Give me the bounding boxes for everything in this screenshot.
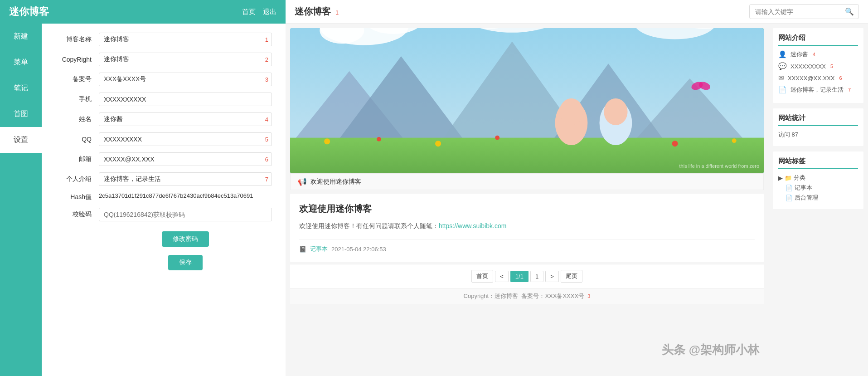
intro-name-num: 4 <box>813 52 815 57</box>
copyright-num: 3 <box>587 293 590 299</box>
pagination-bar: 首页 < 1/1 1 > 尾页 <box>290 264 764 288</box>
search-box: 🔍 <box>749 4 859 19</box>
nav-home[interactable]: 首页 <box>242 8 256 16</box>
buttons-row: 修改密码 保存 <box>55 228 272 270</box>
svg-point-15 <box>324 138 330 144</box>
intro-bio-row: 📄 迷你博客，记录生活 7 <box>778 86 858 94</box>
input-qq[interactable] <box>99 132 272 146</box>
svg-point-21 <box>672 141 678 146</box>
intro-qq-num: 5 <box>830 63 833 69</box>
nav-logout[interactable]: 退出 <box>263 8 276 16</box>
page-last-button[interactable]: 尾页 <box>561 270 582 283</box>
tag-expand-icon: ▶ <box>778 175 783 181</box>
intro-email: XXXXX@XX.XXX <box>788 75 835 82</box>
tag-notes-label: 记事本 <box>795 184 812 192</box>
copyright-label: Copyright：迷你博客 备案号：XXX备XXXX号 <box>464 293 586 299</box>
tag-section: ▶ 📁 分类 📄 记事本 📄 后台管理 <box>778 174 858 202</box>
article-body: 欢迎使用迷你博客！有任何问题请联系个人随笔：https://www.suibib… <box>299 220 755 232</box>
right-sidebar: 网站介绍 👤 迷你酱 4 💬 XXXXXXXXX 5 ✉ XXXXX@XX.XX… <box>768 24 868 376</box>
input-wrapper-copyright: 2 <box>99 53 272 66</box>
sidebar-item-settings[interactable]: 设置 <box>0 127 42 153</box>
sidebar: 新建 菜单 笔记 首图 设置 <box>0 24 42 376</box>
hash-value: 2c5a13701d1f291c877de6f767b2430acf9b84ec… <box>99 192 272 199</box>
field-num-2: 2 <box>265 56 268 63</box>
search-input[interactable] <box>750 5 840 18</box>
label-qq: QQ <box>55 136 92 143</box>
file-icon-notes: 📄 <box>786 185 793 191</box>
field-num-4: 4 <box>265 116 268 123</box>
input-name[interactable] <box>99 112 272 126</box>
tag-admin-label: 后台管理 <box>795 194 818 202</box>
label-name: 姓名 <box>55 115 92 123</box>
field-num-1: 1 <box>265 36 268 43</box>
page-prev-button[interactable]: < <box>495 271 509 282</box>
right-panel: 迷你博客 1 🔍 <box>286 0 868 376</box>
field-num-5: 5 <box>265 136 268 143</box>
search-button[interactable]: 🔍 <box>840 5 858 19</box>
intro-qq: XXXXXXXXX <box>790 63 826 70</box>
left-header: 迷你博客 首页 退出 <box>0 0 286 24</box>
page-next-button[interactable]: > <box>545 271 559 282</box>
form-row-hash: Hash值 2c5a13701d1f291c877de6f767b2430acf… <box>55 192 272 201</box>
widget-intro-title: 网站介绍 <box>778 34 858 46</box>
intro-email-num: 6 <box>839 75 842 81</box>
input-wrapper-intro: 7 <box>99 172 272 186</box>
form-row-copyright: CopyRight 2 <box>55 53 272 66</box>
label-hash: Hash值 <box>55 192 92 201</box>
form-row-intro: 个人介绍 7 <box>55 172 272 186</box>
left-body: 新建 菜单 笔记 首图 设置 博客名称 1 CopyRight 2 <box>0 24 286 376</box>
input-phone[interactable] <box>99 93 272 106</box>
qq-icon: 💬 <box>778 62 787 70</box>
right-blog-title: 迷你博客 <box>295 6 331 16</box>
sidebar-item-menu[interactable]: 菜单 <box>0 49 42 75</box>
article-title: 欢迎使用迷你博客 <box>299 203 755 215</box>
right-body: this life in a different world from zero… <box>286 24 868 376</box>
folder-icon: 📁 <box>785 175 792 181</box>
audio-text: 欢迎使用迷你博客 <box>310 178 361 186</box>
article-link[interactable]: https://www.suibibk.com <box>439 222 506 230</box>
tag-category-label: 分类 <box>794 174 805 182</box>
sidebar-item-banner[interactable]: 首图 <box>0 101 42 127</box>
svg-point-18 <box>495 136 499 140</box>
person-icon: 👤 <box>778 50 787 59</box>
meta-notebook-icon: 📓 <box>299 246 306 253</box>
input-icp[interactable] <box>99 73 272 86</box>
tag-notes-row: 📄 记事本 <box>778 184 858 192</box>
input-copyright[interactable] <box>99 53 272 66</box>
form-row-name: 姓名 4 <box>55 112 272 126</box>
input-email[interactable] <box>99 152 272 166</box>
copyright-bar: Copyright：迷你博客 备案号：XXX备XXXX号 3 <box>290 288 764 304</box>
input-intro[interactable] <box>99 172 272 186</box>
page-first-button[interactable]: 首页 <box>471 270 493 283</box>
field-num-3: 3 <box>265 76 268 83</box>
left-panel: 迷你博客 首页 退出 新建 菜单 笔记 首图 设置 博客名称 1 <box>0 0 286 376</box>
label-copyright: CopyRight <box>55 56 92 63</box>
intro-qq-row: 💬 XXXXXXXXX 5 <box>778 62 858 70</box>
form-row-blogname: 博客名称 1 <box>55 33 272 46</box>
input-blogname[interactable] <box>99 33 272 46</box>
note-icon: 📄 <box>778 86 787 94</box>
left-nav: 首页 退出 <box>242 8 276 16</box>
label-email: 邮箱 <box>55 155 92 163</box>
input-verify[interactable] <box>99 208 272 221</box>
input-wrapper-phone <box>99 93 272 106</box>
change-password-button[interactable]: 修改密码 <box>162 231 209 247</box>
email-icon: ✉ <box>778 74 784 82</box>
input-wrapper-name: 4 <box>99 112 272 126</box>
svg-point-22 <box>732 138 737 143</box>
sidebar-item-notes[interactable]: 笔记 <box>0 75 42 101</box>
sidebar-item-new[interactable]: 新建 <box>0 24 42 49</box>
banner-svg <box>290 28 764 173</box>
intro-person-row: 👤 迷你酱 4 <box>778 50 858 59</box>
widget-tags-title: 网站标签 <box>778 157 858 169</box>
intro-name: 迷你酱 <box>790 50 808 59</box>
svg-point-24 <box>559 98 583 125</box>
tag-category-row: ▶ 📁 分类 <box>778 174 858 182</box>
page-current[interactable]: 1/1 <box>510 271 529 282</box>
input-wrapper-blogname: 1 <box>99 33 272 46</box>
form-row-qq: QQ 5 <box>55 132 272 146</box>
svg-point-16 <box>377 137 381 142</box>
save-button[interactable]: 保存 <box>168 255 203 270</box>
page-num-button[interactable]: 1 <box>530 271 543 282</box>
input-wrapper-qq: 5 <box>99 132 272 146</box>
